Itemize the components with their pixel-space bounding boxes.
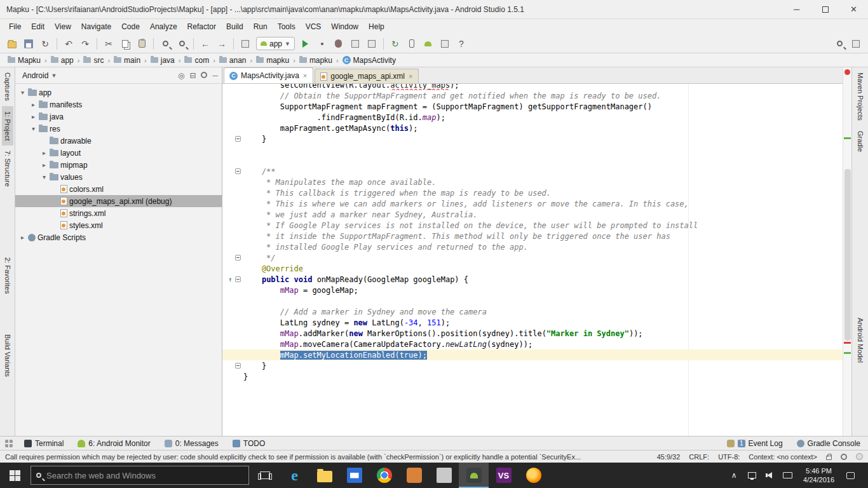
- editor-scrollbar[interactable]: [843, 67, 851, 436]
- layout-inspector-icon[interactable]: [437, 37, 452, 51]
- cut-icon[interactable]: ✂: [101, 37, 116, 51]
- tree-item-manifests[interactable]: ▸manifests: [15, 98, 222, 111]
- debug-icon[interactable]: [331, 37, 346, 51]
- volume-icon[interactable]: [764, 470, 775, 481]
- code-line[interactable]: [222, 155, 851, 166]
- menu-view[interactable]: View: [50, 20, 76, 33]
- breadcrumb-item-main[interactable]: main: [112, 55, 142, 65]
- code-line[interactable]: }: [222, 133, 851, 144]
- project-structure-icon[interactable]: [848, 37, 864, 51]
- toolwindow-button-gradle-console[interactable]: Gradle Console: [794, 438, 863, 449]
- fold-icon[interactable]: [235, 255, 241, 261]
- keyboard-icon[interactable]: [782, 470, 793, 481]
- breadcrumb-item-java[interactable]: java: [149, 55, 176, 65]
- code-line[interactable]: }: [222, 371, 851, 382]
- redo-icon[interactable]: ↷: [78, 37, 93, 51]
- search-everywhere-icon[interactable]: [832, 37, 847, 51]
- breadcrumb-item-com[interactable]: com: [183, 55, 210, 65]
- tree-item-styles-xml[interactable]: styles.xml: [15, 219, 222, 231]
- tab-close-icon[interactable]: ×: [408, 72, 413, 80]
- lock-icon[interactable]: [826, 456, 832, 460]
- tree-expand-icon[interactable]: ▸: [41, 149, 48, 156]
- search-input[interactable]: [46, 471, 243, 480]
- code-line[interactable]: mapFragment.getMapAsync(this);: [222, 123, 851, 133]
- menu-analyze[interactable]: Analyze: [145, 20, 182, 33]
- tree-item-java[interactable]: ▸java: [15, 111, 222, 123]
- toolwindow-button-event-log[interactable]: 1Event Log: [724, 438, 785, 449]
- breadcrumb-item-src[interactable]: src: [82, 55, 105, 65]
- breadcrumb-item-mapku[interactable]: Mapku: [6, 55, 42, 65]
- encoding-indicator[interactable]: UTF-8:: [718, 453, 740, 461]
- copy-icon[interactable]: [118, 37, 133, 51]
- code-line[interactable]: * This callback is triggered when the ma…: [222, 187, 851, 198]
- taskbar-app-app-gray[interactable]: [429, 463, 459, 488]
- action-center-icon[interactable]: [844, 470, 856, 481]
- tree-item-values[interactable]: ▾values: [15, 171, 222, 183]
- run-icon[interactable]: •: [315, 37, 330, 51]
- forward-icon[interactable]: →: [214, 37, 229, 51]
- fold-icon[interactable]: [235, 168, 241, 174]
- tree-item-mipmap[interactable]: ▸mipmap: [15, 159, 222, 171]
- taskbar-app-chrome[interactable]: [369, 463, 399, 488]
- editor-tab-google-maps-api-xml[interactable]: google_maps_api.xml×: [315, 69, 419, 83]
- code-line[interactable]: mMap.setMyLocationEnabled(true);: [222, 349, 851, 360]
- toolwindow-button-android-model[interactable]: Android Model: [855, 313, 866, 368]
- code-line[interactable]: mMap.addMarker(new MarkerOptions().posit…: [222, 328, 851, 339]
- tree-item-drawable[interactable]: drawable: [15, 135, 222, 147]
- toolwindow-button-build-variants[interactable]: Build Variants: [2, 329, 13, 382]
- menu-help[interactable]: Help: [363, 20, 390, 33]
- tree-item-strings-xml[interactable]: strings.xml: [15, 207, 222, 219]
- taskbar-app-edge[interactable]: e: [280, 463, 309, 488]
- menu-code[interactable]: Code: [116, 20, 145, 33]
- toolwindow-button-2-favorites[interactable]: 2: Favorites: [2, 252, 13, 299]
- code-line[interactable]: .findFragmentById(R.id.map);: [222, 112, 851, 123]
- tree-item-gradle-scripts[interactable]: ▸Gradle Scripts: [15, 231, 222, 243]
- menu-run[interactable]: Run: [248, 20, 273, 33]
- network-icon[interactable]: [746, 470, 757, 481]
- fold-icon[interactable]: [235, 276, 241, 282]
- toolwindow-button-maven-projects[interactable]: Maven Projects: [855, 67, 866, 126]
- code-line[interactable]: SupportMapFragment mapFragment = (Suppor…: [222, 101, 851, 112]
- toolwindow-button-terminal[interactable]: Terminal: [22, 438, 66, 449]
- toolwindow-button-6-android-monitor[interactable]: 6: Android Monitor: [75, 438, 153, 449]
- fold-icon[interactable]: [235, 363, 241, 369]
- caret-position[interactable]: 45:9/32: [657, 453, 681, 461]
- code-line[interactable]: * it inside the SupportMapFragment. This…: [222, 231, 851, 241]
- memory-indicator-icon[interactable]: [856, 453, 863, 460]
- paste-icon[interactable]: [134, 37, 149, 51]
- taskbar-clock[interactable]: 5:46 PM 4/24/2016: [799, 466, 838, 484]
- gradle-sync-icon[interactable]: ↻: [388, 37, 403, 51]
- code-line[interactable]: [222, 144, 851, 155]
- code-line[interactable]: @Override: [222, 263, 851, 274]
- tree-item-res[interactable]: ▾res: [15, 123, 222, 135]
- toolwindow-button-captures[interactable]: Captures: [2, 67, 13, 106]
- taskbar-app-firefox[interactable]: [519, 463, 548, 488]
- editor-tab-mapsactivity-java[interactable]: CMapsActivity.java×: [224, 67, 313, 83]
- tree-item-colors-xml[interactable]: colors.xml: [15, 183, 222, 195]
- start-button[interactable]: [0, 463, 29, 488]
- toolwindow-button-todo[interactable]: TODO: [230, 438, 268, 449]
- tree-expand-icon[interactable]: ▾: [30, 125, 37, 132]
- toolwindow-switcher-icon[interactable]: [5, 440, 13, 447]
- undo-icon[interactable]: ↶: [61, 37, 76, 51]
- save-icon[interactable]: [21, 37, 36, 51]
- maximize-button[interactable]: [811, 0, 839, 18]
- hide-panel-icon[interactable]: ─: [212, 71, 218, 80]
- back-icon[interactable]: ←: [198, 37, 213, 51]
- menu-build[interactable]: Build: [221, 20, 248, 33]
- breadcrumb-item-mapku[interactable]: mapku: [255, 55, 290, 65]
- attach-icon[interactable]: [364, 37, 379, 51]
- find-icon[interactable]: [158, 37, 173, 51]
- settings-gear-icon[interactable]: [201, 71, 207, 80]
- run-button[interactable]: [298, 37, 313, 51]
- replace-icon[interactable]: [174, 37, 189, 51]
- code-line[interactable]: // Obtain the SupportMapFragment and get…: [222, 90, 851, 101]
- breadcrumb-item-mapsactivity[interactable]: CMapsActivity: [341, 55, 397, 65]
- open-icon[interactable]: [4, 37, 20, 51]
- menu-tools[interactable]: Tools: [273, 20, 301, 33]
- close-button[interactable]: ✕: [839, 0, 868, 18]
- stripe-mark-red[interactable]: [844, 342, 851, 344]
- menu-file[interactable]: File: [4, 20, 26, 33]
- code-line[interactable]: mMap.moveCamera(CameraUpdateFactory.newL…: [222, 339, 851, 349]
- override-marker-icon[interactable]: ↑: [226, 276, 234, 283]
